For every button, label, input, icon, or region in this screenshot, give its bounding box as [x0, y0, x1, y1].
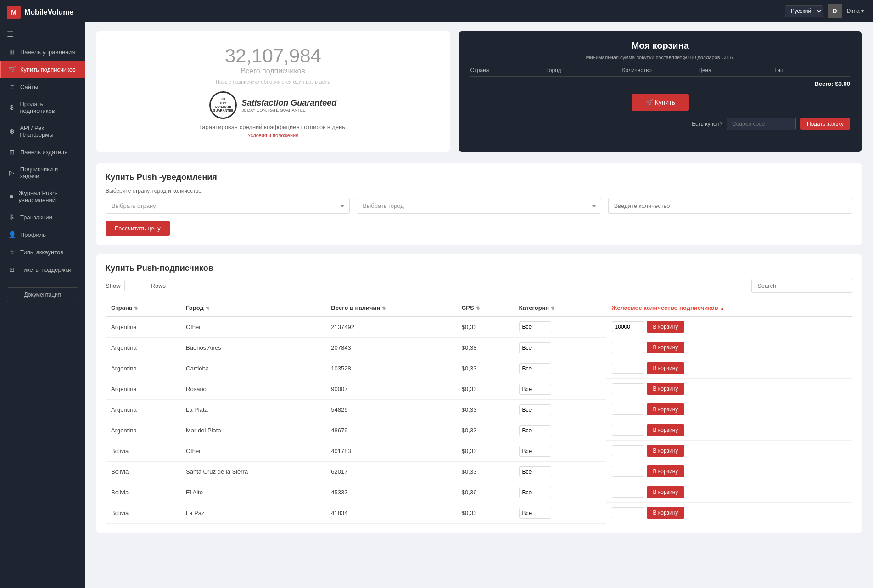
- category-input[interactable]: [519, 321, 551, 332]
- cart-title: Моя корзина: [470, 40, 850, 51]
- category-input[interactable]: [519, 508, 551, 519]
- city-select[interactable]: Выбрать город: [357, 198, 601, 214]
- cell-category: [514, 503, 606, 523]
- add-to-cart-button[interactable]: В корзину: [647, 383, 685, 395]
- app-logo[interactable]: M MobileVolume: [0, 0, 85, 25]
- category-input[interactable]: [519, 425, 551, 436]
- category-input[interactable]: [519, 404, 551, 415]
- add-to-cart-button[interactable]: В корзину: [647, 424, 685, 436]
- sidebar-item-api[interactable]: ⊕ API / Рек. Платформы: [0, 119, 85, 143]
- add-to-cart-button[interactable]: В корзину: [647, 403, 685, 415]
- sidebar-item-push-journal[interactable]: ≡ Журнал Push-уведомлений: [0, 185, 85, 208]
- category-input[interactable]: [519, 466, 551, 477]
- cell-country: Argentina: [106, 337, 180, 358]
- cell-country: Argentina: [106, 379, 180, 399]
- sidebar-label-publisher: Панель издателя: [20, 149, 67, 156]
- add-to-cart-button[interactable]: В корзину: [647, 321, 685, 333]
- qty-field[interactable]: [612, 342, 644, 353]
- qty-field[interactable]: [612, 321, 644, 332]
- cell-cps: $0,33: [456, 420, 514, 441]
- cell-country: Bolivia: [106, 482, 180, 503]
- sidebar-label-api: API / Рек. Платформы: [20, 124, 78, 138]
- subscribers-table: Страна⇅ Город⇅ Всего в наличии⇅ CPS⇅ Кат…: [106, 300, 852, 524]
- user-name[interactable]: Dima ▾: [847, 8, 864, 14]
- cell-country: Argentina: [106, 399, 180, 420]
- sidebar-item-profile[interactable]: 👤 Профиль: [0, 226, 85, 243]
- qty-field[interactable]: [612, 363, 644, 374]
- sidebar-icon-transactions: $: [8, 213, 16, 221]
- sidebar-item-transactions[interactable]: $ Транзакции: [0, 208, 85, 226]
- logo-icon: M: [7, 6, 21, 19]
- buy-subscribers-section: Купить Push-подписчиков Show Rows Страна…: [96, 254, 862, 533]
- buy-button[interactable]: 🛒 Купить: [632, 94, 689, 111]
- cell-total: 2137492: [325, 316, 456, 337]
- col-qty: Желаемое количество подписчиков▲: [606, 300, 852, 316]
- calculate-price-button[interactable]: Рассчитать цену: [106, 221, 170, 236]
- quantity-input[interactable]: [608, 198, 852, 214]
- cell-category: [514, 482, 606, 503]
- table-row: Argentina Mar del Plata 48679 $0,33 В ко…: [106, 420, 852, 441]
- category-input[interactable]: [519, 363, 551, 374]
- table-row: Bolivia La Paz 41834 $0,33 В корзину: [106, 503, 852, 523]
- qty-field[interactable]: [612, 404, 644, 415]
- col-total: Всего в наличии⇅: [325, 300, 456, 316]
- sidebar-icon-push-journal: ≡: [8, 193, 14, 200]
- sidebar-toggle[interactable]: ☰: [0, 25, 85, 43]
- coupon-label: Есть купон?: [692, 121, 722, 127]
- search-input[interactable]: [751, 279, 852, 293]
- cell-city: Santa Cruz de la Sierra: [180, 461, 325, 482]
- add-to-cart-button[interactable]: В корзину: [647, 342, 685, 353]
- category-input[interactable]: [519, 446, 551, 457]
- cell-cps: $0,33: [456, 461, 514, 482]
- add-to-cart-button[interactable]: В корзину: [647, 362, 685, 374]
- sidebar-label-transactions: Транзакции: [20, 214, 52, 221]
- qty-field[interactable]: [612, 425, 644, 436]
- sidebar-item-support[interactable]: ⊡ Тикеты поддержки: [0, 261, 85, 278]
- qty-field[interactable]: [612, 466, 644, 477]
- category-input[interactable]: [519, 487, 551, 498]
- cell-category: [514, 379, 606, 399]
- language-select[interactable]: Русский: [785, 5, 823, 17]
- add-to-cart-button[interactable]: В корзину: [647, 486, 685, 498]
- category-input[interactable]: [519, 384, 551, 395]
- sidebar-icon-dashboard: ⊞: [8, 48, 16, 56]
- sidebar-item-account-types[interactable]: ☆ Типы аккаунтов: [0, 243, 85, 261]
- qty-field[interactable]: [612, 487, 644, 498]
- cell-city: Buenos Aires: [180, 337, 325, 358]
- cell-qty: В корзину: [606, 399, 852, 420]
- terms-link[interactable]: Условия и положения: [115, 133, 431, 138]
- sidebar-item-subscribers-tasks[interactable]: ▷ Подписчики и задачи: [0, 161, 85, 185]
- cell-qty: В корзину: [606, 379, 852, 399]
- qty-field[interactable]: [612, 507, 644, 518]
- sidebar-label-support: Тикеты поддержки: [20, 266, 71, 273]
- country-select[interactable]: Выбрать страну: [106, 198, 350, 214]
- add-to-cart-button[interactable]: В корзину: [647, 507, 685, 519]
- rows-label: Rows: [151, 282, 166, 289]
- sidebar-label-buy-subscribers: Купить подписчиков: [20, 66, 76, 73]
- cell-category: [514, 337, 606, 358]
- sidebar-label-dashboard: Панель управления: [20, 49, 75, 56]
- sidebar-item-sell-subscribers[interactable]: $ Продать подписчиков: [0, 95, 85, 119]
- sidebar: M MobileVolume ☰ ⊞ Панель управления 🛒 К…: [0, 0, 85, 588]
- select-label: Выберите страну, город и количество:: [106, 188, 852, 194]
- coupon-submit-button[interactable]: Подать заявку: [800, 118, 850, 130]
- add-to-cart-button[interactable]: В корзину: [647, 445, 685, 457]
- cell-cps: $0,33: [456, 358, 514, 379]
- sidebar-item-publisher[interactable]: ⊡ Панель издателя: [0, 143, 85, 161]
- cell-city: Other: [180, 441, 325, 461]
- col-cps: CPS⇅: [456, 300, 514, 316]
- documentation-button[interactable]: Документация: [7, 287, 78, 302]
- cell-cps: $0,33: [456, 316, 514, 337]
- qty-field[interactable]: [612, 445, 644, 456]
- cell-cps: $0,33: [456, 379, 514, 399]
- sidebar-item-buy-subscribers[interactable]: 🛒 Купить подписчиков: [0, 61, 85, 78]
- sidebar-item-dashboard[interactable]: ⊞ Панель управления: [0, 43, 85, 61]
- coupon-input[interactable]: [727, 118, 796, 130]
- qty-field[interactable]: [612, 383, 644, 394]
- sidebar-icon-sites: ≡: [8, 83, 16, 90]
- rows-input[interactable]: [124, 280, 147, 291]
- add-to-cart-button[interactable]: В корзину: [647, 465, 685, 477]
- category-input[interactable]: [519, 342, 551, 353]
- sidebar-item-sites[interactable]: ≡ Сайты: [0, 78, 85, 95]
- user-avatar[interactable]: D: [828, 4, 842, 18]
